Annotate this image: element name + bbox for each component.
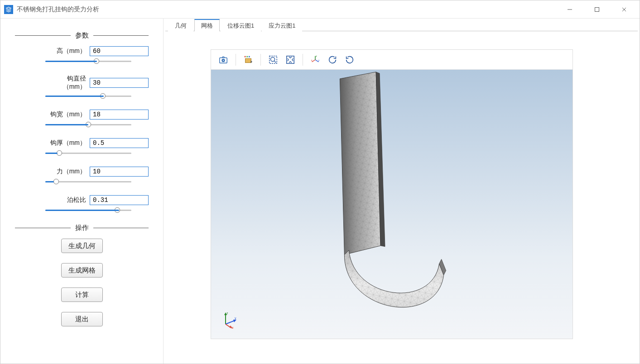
param-slider-wrap: [45, 121, 131, 129]
svg-rect-10: [249, 56, 250, 57]
compute-button[interactable]: 计算: [61, 287, 103, 302]
param-label: 力（mm）: [45, 168, 86, 176]
param-slider[interactable]: [45, 178, 131, 185]
generate-mesh-button[interactable]: 生成网格: [61, 263, 103, 278]
close-button[interactable]: [611, 1, 638, 18]
exit-button[interactable]: 退出: [61, 312, 103, 326]
svg-text:x: x: [311, 58, 313, 61]
window-title: 不锈钢免打孔挂钩的受力分析: [17, 5, 556, 14]
rotate-cw-icon[interactable]: [325, 52, 340, 67]
svg-text:y: y: [318, 58, 319, 61]
param-slider[interactable]: [45, 121, 131, 128]
param-row: 高（mm）: [15, 46, 149, 56]
svg-rect-14: [287, 56, 294, 63]
section-title: 操作: [71, 224, 93, 232]
param-input[interactable]: [90, 138, 149, 148]
3d-viewport[interactable]: z y x: [211, 70, 573, 339]
app-icon: [4, 5, 13, 14]
param-slider-wrap: [45, 58, 131, 66]
svg-rect-1: [595, 7, 599, 11]
minimize-button[interactable]: [556, 1, 583, 18]
svg-rect-9: [246, 56, 248, 57]
svg-point-12: [271, 57, 275, 61]
param-slider[interactable]: [45, 207, 131, 213]
param-row: 钩直径（mm）: [15, 75, 149, 91]
param-input[interactable]: [90, 46, 149, 56]
param-slider-wrap: [45, 207, 131, 215]
section-title: 参数: [71, 31, 93, 40]
tab-bar: 几何网格位移云图1应力云图1: [165, 19, 638, 31]
viewport-toolbar: zyx: [211, 50, 573, 70]
maximize-button[interactable]: [583, 1, 611, 18]
window-controls: [556, 1, 638, 18]
param-row: 钩厚（mm）: [15, 138, 149, 148]
content-area: 几何网格位移云图1应力云图1: [164, 19, 640, 364]
fit-view-icon[interactable]: [283, 52, 298, 67]
param-input[interactable]: [90, 195, 149, 205]
param-slider[interactable]: [45, 150, 131, 156]
selection-mode-icon[interactable]: [241, 52, 256, 67]
viewport-outer: zyx: [165, 31, 638, 362]
param-slider-wrap: [45, 150, 131, 158]
svg-text:x: x: [232, 326, 234, 329]
axis-triad: z y x: [221, 311, 239, 329]
param-label: 钩宽（mm）: [45, 110, 86, 119]
param-label: 高（mm）: [45, 47, 86, 55]
tab[interactable]: 位移云图1: [221, 19, 261, 31]
sidebar: 参数 高（mm）钩直径（mm）钩宽（mm）钩厚（mm）力（mm）泊松比 操作 生…: [0, 19, 164, 364]
param-input[interactable]: [90, 78, 149, 88]
param-slider-wrap: [45, 178, 131, 186]
svg-marker-24: [233, 320, 236, 322]
param-input[interactable]: [90, 167, 149, 177]
tab[interactable]: 几何: [168, 19, 193, 31]
camera-icon[interactable]: [216, 52, 231, 67]
svg-text:y: y: [235, 316, 236, 320]
generate-geometry-button[interactable]: 生成几何: [61, 239, 103, 253]
viewport-panel: zyx: [211, 49, 573, 339]
rotate-ccw-icon[interactable]: [342, 52, 357, 67]
param-slider[interactable]: [45, 58, 131, 64]
svg-line-23: [226, 321, 235, 324]
tab[interactable]: 应力云图1: [262, 19, 302, 31]
param-row: 钩宽（mm）: [15, 110, 149, 120]
svg-point-6: [222, 59, 224, 61]
param-slider[interactable]: [45, 93, 131, 99]
svg-rect-7: [245, 58, 251, 62]
param-label: 钩厚（mm）: [45, 139, 86, 147]
param-row: 力（mm）: [15, 167, 149, 177]
section-header-params: 参数: [15, 31, 149, 40]
param-label: 钩直径（mm）: [45, 75, 86, 91]
section-header-actions: 操作: [15, 224, 149, 232]
zoom-box-icon[interactable]: [265, 52, 281, 67]
tab[interactable]: 网格: [194, 19, 220, 31]
param-label: 泊松比: [45, 196, 86, 204]
titlebar: 不锈钢免打孔挂钩的受力分析: [0, 0, 640, 19]
param-row: 泊松比: [15, 195, 149, 205]
param-slider-wrap: [45, 93, 131, 101]
svg-rect-8: [245, 56, 246, 57]
svg-text:z: z: [226, 311, 228, 315]
axes-icon[interactable]: zyx: [308, 52, 323, 67]
svg-line-17: [312, 60, 315, 62]
svg-text:z: z: [316, 55, 317, 57]
svg-line-13: [274, 61, 276, 62]
param-input[interactable]: [90, 110, 149, 120]
